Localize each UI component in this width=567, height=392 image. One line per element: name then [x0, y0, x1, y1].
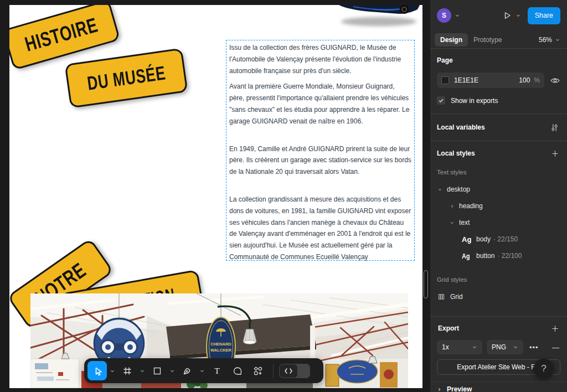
grid-style-name: Grid [450, 293, 463, 301]
comment-bubble-icon [232, 365, 243, 376]
style-group-label: heading [459, 202, 483, 210]
add-style-button[interactable] [551, 149, 559, 158]
chevron-down-icon [513, 344, 518, 350]
chevron-down-icon [472, 344, 477, 350]
resources-tool-button[interactable] [249, 361, 267, 380]
dev-mode-toggle[interactable] [279, 364, 310, 378]
move-cursor-icon [92, 365, 103, 376]
page-color-input[interactable]: 1E1E1E 100 % [437, 73, 544, 88]
style-group-label: text [459, 219, 470, 226]
style-name: button [476, 252, 494, 260]
article-paragraph: En 1949, Camille et André GUIGNARD prire… [229, 143, 411, 178]
shape-tool-button[interactable] [148, 361, 167, 380]
shape-tool-dropdown[interactable] [168, 361, 176, 380]
export-scale-value: 1x [442, 343, 449, 351]
show-in-exports-label: Show in exports [451, 97, 498, 105]
open-variables-button[interactable] [550, 123, 559, 132]
chevron-down-icon [555, 37, 560, 43]
style-group-label: desktop [447, 185, 470, 193]
text-tool-button[interactable]: T [208, 361, 226, 380]
export-scale-select[interactable]: 1x [437, 340, 482, 354]
svg-text:T: T [214, 366, 220, 375]
export-format-select[interactable]: PNG [487, 340, 523, 354]
style-meta: · 22/100 [497, 252, 522, 260]
present-button[interactable] [502, 11, 512, 20]
preview-section-toggle[interactable]: Preview [430, 381, 567, 392]
selected-text-block[interactable]: Issu de la collection des frères GUIGNAR… [226, 40, 415, 261]
eye-icon [550, 75, 560, 86]
add-export-button[interactable] [551, 324, 559, 333]
panel-topbar: S Share [430, 0, 567, 31]
pen-tool-dropdown[interactable] [198, 361, 206, 380]
avatar[interactable]: S [437, 8, 451, 23]
sticker-du-musee[interactable]: DU MUSÉE [64, 48, 188, 108]
article-paragraph: Avant la première Guerre Mondiale, Monsi… [229, 81, 411, 127]
chevron-down-icon [140, 368, 145, 374]
opacity-value: 100 [519, 76, 530, 84]
comment-tool-button[interactable] [228, 361, 247, 380]
visibility-toggle[interactable] [550, 75, 560, 86]
sliders-icon [550, 123, 559, 132]
show-in-exports-checkbox[interactable] [437, 96, 445, 105]
chevron-down-icon [169, 368, 175, 374]
text-style-button[interactable]: Ag button · 22/100 [430, 247, 567, 264]
color-hex-value[interactable]: 1E1E1E [454, 76, 513, 84]
avatar-dropdown[interactable] [455, 13, 460, 18]
sign-line-2: WALCKER [210, 348, 231, 353]
dev-mode-icon [284, 367, 293, 375]
export-format-value: PNG [492, 343, 506, 351]
canvas-scrollbar[interactable] [424, 270, 428, 298]
text-styles-label: Text styles [430, 166, 567, 181]
chevron-down-icon [516, 13, 521, 18]
article-paragraph: Issu de la collection des frères GUIGNAR… [229, 42, 411, 76]
remove-export-button[interactable]: — [552, 343, 560, 352]
opacity-field[interactable]: 100 % [513, 76, 540, 84]
canvas[interactable]: HISTOIRE DU MUSÉE NOTRE COLLECTION Issu … [0, 0, 430, 392]
pen-tool-button[interactable] [178, 361, 197, 380]
local-variables-title: Local variables [437, 123, 485, 131]
plus-icon [551, 324, 559, 333]
frame-tool-dropdown[interactable] [138, 361, 146, 380]
export-title: Export [438, 324, 459, 332]
color-swatch[interactable] [441, 76, 449, 84]
move-tool-button[interactable] [87, 361, 107, 380]
zoom-control[interactable]: 56% [539, 36, 563, 44]
chevron-down-icon [199, 368, 205, 374]
local-styles-section: Local styles Text styles desktop heading… [430, 141, 567, 317]
grid-style-item[interactable]: Grid [430, 288, 567, 305]
text-style-body[interactable]: Ag body · 22/150 [430, 231, 567, 247]
resources-icon [252, 365, 264, 376]
car-graphic [338, 5, 421, 30]
style-group-heading[interactable]: heading [430, 198, 567, 214]
figma-toolbar: T [84, 358, 323, 383]
style-preview-ag: Ag [462, 252, 473, 260]
plus-icon [551, 149, 559, 158]
tab-design[interactable]: Design [435, 33, 468, 47]
share-button[interactable]: Share [528, 7, 560, 24]
article-paragraph: La collection grandissant à mesure des a… [229, 194, 411, 263]
local-variables-section: Local variables [430, 114, 567, 141]
move-tool-dropdown[interactable] [109, 361, 116, 380]
style-group-desktop[interactable]: desktop [430, 181, 567, 198]
sticker-du-musee-label: DU MUSÉE [86, 61, 167, 94]
frame-tool-button[interactable] [118, 361, 137, 380]
right-properties-panel: S Share Design Prototype 56% Page [430, 0, 567, 392]
sign-line-1: CHENARD [210, 342, 231, 347]
export-more-button[interactable]: ••• [529, 343, 539, 352]
preview-label: Preview [447, 385, 472, 392]
grid-columns-icon [437, 293, 445, 301]
style-group-text[interactable]: text [430, 214, 567, 231]
chevron-right-icon [437, 387, 442, 392]
design-page[interactable]: HISTOIRE DU MUSÉE NOTRE COLLECTION Issu … [9, 5, 422, 388]
page-section: Page 1E1E1E 100 % Show in expor [430, 49, 567, 114]
chevron-down-icon [110, 368, 115, 374]
style-name: body [476, 235, 491, 243]
style-preview-ag: Ag [462, 235, 475, 244]
tab-prototype[interactable]: Prototype [468, 33, 507, 47]
panel-tabs: Design Prototype 56% [430, 31, 567, 49]
chevron-down-icon [455, 13, 460, 18]
toolbar-divider [273, 364, 274, 378]
car-image[interactable] [338, 5, 421, 30]
present-dropdown[interactable] [516, 13, 521, 18]
help-button[interactable]: ? [534, 359, 554, 379]
